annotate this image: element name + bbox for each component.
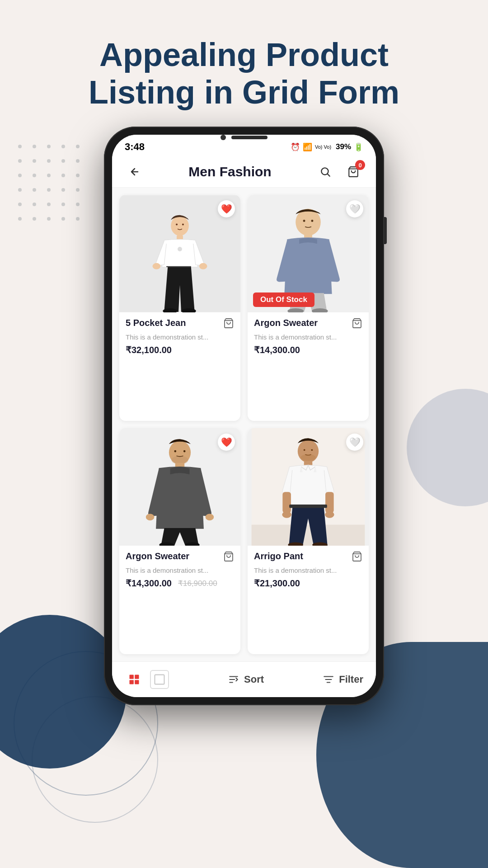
sort-button[interactable]: Sort	[228, 674, 264, 685]
product-card-2[interactable]: 🤍 Out Of Stock Argon Sweater	[248, 195, 369, 421]
svg-point-32	[183, 450, 186, 453]
hero-title: Appealing Product Listing in Grid Form	[27, 36, 461, 111]
search-button[interactable]	[315, 162, 335, 182]
wishlist-button-4[interactable]: 🤍	[346, 434, 363, 451]
heart-icon-1: ❤️	[221, 203, 232, 214]
svg-rect-42	[289, 505, 327, 508]
product-image-2: 🤍 Out Of Stock	[248, 195, 369, 312]
svg-rect-49	[130, 675, 134, 679]
svg-point-47	[300, 454, 315, 461]
product-card-3[interactable]: ❤️ Argon Sweater	[119, 428, 240, 654]
svg-point-20	[303, 220, 305, 222]
product-card[interactable]: ❤️ 5 Pocket Jean	[119, 195, 240, 421]
heart-icon-2: 🤍	[349, 203, 361, 214]
product-name-4: Arrigo Pant	[254, 551, 348, 561]
add-to-cart-3[interactable]	[223, 551, 234, 565]
battery-icon: 🔋	[354, 142, 363, 152]
product-card-4[interactable]: 🤍 Arrigo Pant	[248, 428, 369, 654]
svg-point-31	[174, 450, 176, 453]
product-info-2: Argon Sweater This is a demonstration st…	[248, 312, 369, 421]
signal-icon: Vo) Vo)	[315, 142, 333, 153]
cart-button[interactable]: 0	[343, 162, 363, 182]
wishlist-button-3[interactable]: ❤️	[218, 434, 235, 451]
product-price-3: ₹14,300.00	[126, 578, 172, 589]
svg-point-46	[311, 449, 313, 451]
status-icons: ⏰ 📶 Vo) Vo) 39% 🔋	[291, 142, 363, 153]
phone-notch	[221, 135, 267, 140]
svg-rect-38	[282, 492, 291, 513]
svg-point-45	[304, 449, 305, 451]
bottom-bar: Sort Filter	[112, 661, 376, 697]
wifi-icon: 📶	[303, 142, 312, 152]
bg-circle-gray	[407, 389, 488, 506]
svg-point-7	[199, 263, 207, 269]
add-to-cart-2[interactable]	[352, 318, 362, 331]
product-image-3: ❤️	[119, 428, 240, 546]
filter-label: Filter	[339, 674, 363, 685]
svg-point-21	[311, 220, 313, 222]
add-to-cart-4[interactable]	[352, 551, 362, 565]
product-name-2: Argon Sweater	[254, 318, 348, 328]
product-original-price-3: ₹16,900.00	[178, 579, 217, 588]
filter-button[interactable]: Filter	[323, 674, 363, 685]
heart-icon-3: ❤️	[221, 437, 232, 448]
hero-section: Appealing Product Listing in Grid Form	[0, 36, 488, 111]
svg-point-40	[282, 511, 291, 518]
product-price-1: ₹32,100.00	[126, 344, 234, 355]
phone-power-button	[384, 217, 387, 244]
cart-badge: 0	[355, 160, 365, 170]
wishlist-button-1[interactable]: ❤️	[218, 200, 235, 217]
product-desc-3: This is a demonstration st...	[126, 566, 234, 574]
svg-rect-53	[155, 675, 164, 684]
product-name-1: 5 Pocket Jean	[126, 318, 220, 328]
sort-label: Sort	[244, 674, 264, 685]
product-grid: ❤️ 5 Pocket Jean	[112, 188, 376, 661]
product-price-4: ₹21,300.00	[254, 578, 362, 589]
svg-point-13	[178, 247, 182, 251]
product-name-3: Argon Sweater	[126, 551, 220, 561]
alarm-icon: ⏰	[291, 142, 300, 152]
svg-rect-52	[135, 680, 139, 684]
phone-outer: 3:48 ⏰ 📶 Vo) Vo) 39% 🔋	[104, 127, 384, 705]
svg-point-28	[206, 514, 214, 520]
nav-icons: 0	[315, 162, 363, 182]
svg-text:Vo) Vo): Vo) Vo)	[315, 144, 331, 150]
view-toggle	[125, 670, 169, 689]
list-view-button[interactable]	[150, 670, 169, 689]
heart-icon-4: 🤍	[349, 437, 361, 448]
svg-point-41	[325, 511, 334, 518]
page-title: Men Fashion	[188, 164, 271, 179]
phone-screen: 3:48 ⏰ 📶 Vo) Vo) 39% 🔋	[112, 135, 376, 697]
product-price-2: ₹14,300.00	[254, 344, 362, 355]
out-of-stock-badge: Out Of Stock	[253, 292, 314, 307]
product-desc-2: This is a demonstration st...	[254, 333, 362, 341]
svg-rect-51	[130, 680, 134, 684]
product-image-1: ❤️	[119, 195, 240, 312]
svg-point-25	[171, 456, 188, 464]
svg-point-4	[171, 216, 189, 236]
product-info-3: Argon Sweater This is a demonstration st…	[119, 546, 240, 654]
product-desc-1: This is a demonstration st...	[126, 333, 234, 341]
bg-dots	[18, 145, 84, 225]
battery-indicator: 39%	[336, 142, 351, 151]
svg-point-6	[152, 263, 160, 269]
bg-arc2	[32, 696, 158, 823]
product-desc-4: This is a demonstration st...	[254, 566, 362, 574]
svg-rect-35	[252, 525, 365, 546]
wishlist-button-2[interactable]: 🤍	[346, 200, 363, 217]
product-image-4: 🤍	[248, 428, 369, 546]
product-info-4: Arrigo Pant This is a demonstration st..…	[248, 546, 369, 654]
svg-rect-50	[135, 675, 139, 679]
svg-rect-8	[166, 266, 191, 267]
back-button[interactable]	[125, 162, 145, 182]
svg-point-27	[146, 514, 155, 520]
phone-camera	[221, 135, 226, 140]
grid-view-button[interactable]	[125, 670, 144, 689]
svg-rect-39	[325, 492, 334, 513]
top-nav: Men Fashion 0	[112, 156, 376, 188]
phone-speaker	[231, 136, 267, 139]
add-to-cart-1[interactable]	[223, 318, 234, 331]
status-time: 3:48	[125, 141, 145, 153]
phone-wrapper: 3:48 ⏰ 📶 Vo) Vo) 39% 🔋	[104, 127, 384, 705]
svg-point-11	[176, 223, 178, 225]
